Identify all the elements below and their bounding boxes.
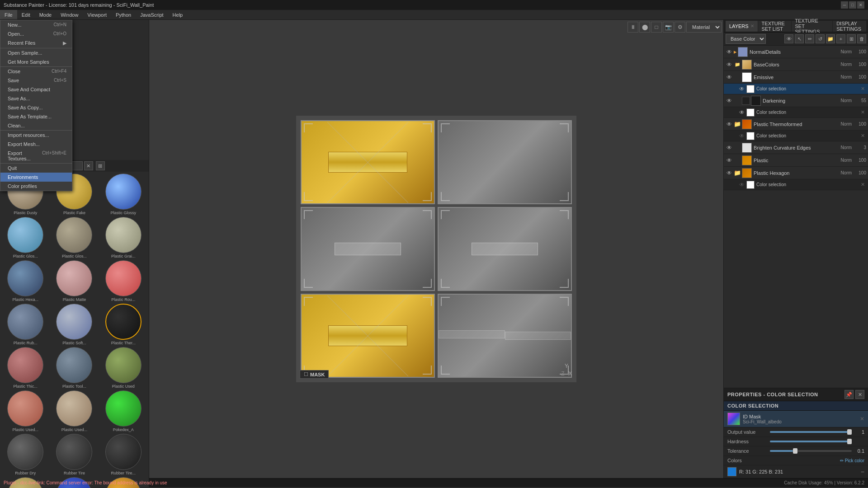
paint-icon[interactable]: ✏ xyxy=(805,34,814,43)
grid-view-button[interactable]: ⊞ xyxy=(96,161,105,170)
material-item-rubber-dry[interactable]: Rubber Dry xyxy=(2,434,49,475)
material-item-plastic-ther...[interactable]: Plastic Ther... xyxy=(100,304,147,345)
menu-open[interactable]: Open... Ctrl+O xyxy=(0,29,72,38)
close-button[interactable]: ✕ xyxy=(857,1,864,9)
menu-open-sample[interactable]: Open Sample... xyxy=(0,48,72,57)
search-clear[interactable]: ✕ xyxy=(84,161,93,170)
menu-viewport[interactable]: Viewport xyxy=(83,10,111,19)
id-mask-close-button[interactable]: ✕ xyxy=(860,416,864,422)
menu-file[interactable]: File xyxy=(0,10,17,19)
cursor-icon[interactable]: ↖ xyxy=(795,34,804,43)
layer-basecolors[interactable]: 👁 📁 BaseColors Norm 100 xyxy=(724,58,868,71)
material-item-plastic-hexa...[interactable]: Plastic Hexa... xyxy=(2,260,49,302)
material-item-plastic-matte[interactable]: Plastic Matte xyxy=(51,260,98,302)
tab-texture-set-settings[interactable]: TEXTURE SET SETTINGS xyxy=(792,21,833,32)
menu-close[interactable]: Close Ctrl+F4 xyxy=(0,67,72,76)
delete-color-sel-4[interactable]: ✕ xyxy=(859,181,866,188)
color-swatch[interactable] xyxy=(727,467,736,476)
material-item-plastic-thic...[interactable]: Plastic Thic... xyxy=(2,347,49,389)
pick-color-button[interactable]: ✏ Pick color xyxy=(840,458,864,463)
menu-javascript[interactable]: JavaScript xyxy=(136,10,168,19)
eye-basecolors[interactable]: 👁 xyxy=(726,61,733,68)
menu-export-textures[interactable]: Export Textures... Ctrl+Shift+E xyxy=(0,149,72,163)
menu-get-more-samples[interactable]: Get More Samples xyxy=(0,57,72,66)
grid-icon[interactable]: ⊞ xyxy=(847,34,856,43)
material-item-pokedex_a[interactable]: Pokedex_A xyxy=(100,390,147,432)
material-item-plastic-rub...[interactable]: Plastic Rub... xyxy=(2,304,49,345)
tolerance-slider[interactable] xyxy=(770,450,852,452)
add-layer-button[interactable]: + xyxy=(836,34,845,43)
delete-color-sel-2[interactable]: ✕ xyxy=(859,109,866,116)
menu-python[interactable]: Python xyxy=(111,10,136,19)
layer-plastic[interactable]: 👁 Plastic Norm 100 xyxy=(724,154,868,167)
eye-plastic-ther[interactable]: 👁 xyxy=(726,121,733,128)
minimize-button[interactable]: ─ xyxy=(841,1,848,9)
cube-view-button[interactable]: □ xyxy=(651,22,662,33)
menu-quit[interactable]: Quit xyxy=(0,164,72,173)
layer-normaldetails[interactable]: 👁 ▸ NormalDetails Norm 100 xyxy=(724,46,868,58)
menu-clean[interactable]: Clean... xyxy=(0,121,72,130)
pause-button[interactable]: ⏸ xyxy=(627,22,638,33)
material-item-rubber-tire...[interactable]: Rubber Tire... xyxy=(100,434,147,475)
base-color-select[interactable]: Base Color xyxy=(726,34,766,44)
material-item-rubber-tire[interactable]: Rubber Tire xyxy=(51,434,98,475)
menu-help[interactable]: Help xyxy=(168,10,188,19)
rotate-icon[interactable]: ↺ xyxy=(816,34,825,43)
material-item-plastic-used...[interactable]: Plastic Used... xyxy=(51,390,98,432)
folder-icon[interactable]: 📁 xyxy=(826,34,835,43)
menu-save[interactable]: Save Ctrl+S xyxy=(0,76,72,85)
camera-button[interactable]: 📷 xyxy=(663,22,674,33)
layer-color-sel-1[interactable]: 👁 Color selection ✕ xyxy=(724,84,868,94)
material-item-plastic-used[interactable]: Plastic Used xyxy=(100,347,147,389)
eye-color-sel-3[interactable]: 👁 xyxy=(738,132,745,140)
menu-edit[interactable]: Edit xyxy=(17,10,35,19)
menu-import-resources[interactable]: Import resources... xyxy=(0,131,72,140)
output-value-slider[interactable] xyxy=(770,431,852,433)
layer-darkening[interactable]: 👁 Darkening Norm 55 xyxy=(724,94,868,107)
layer-color-sel-4[interactable]: 👁 Color selection ✕ xyxy=(724,179,868,190)
material-item-plastic-glossy[interactable]: Plastic Glossy xyxy=(100,174,147,215)
delete-color-sel-3[interactable]: ✕ xyxy=(859,132,866,140)
remove-color-button[interactable]: − xyxy=(861,468,864,475)
eye-plastic-hex[interactable]: 👁 xyxy=(726,169,733,177)
menu-new[interactable]: New... Ctrl+N xyxy=(0,20,72,29)
menu-color-profiles[interactable]: Color profiles xyxy=(0,182,72,191)
material-item-plastic-soft...[interactable]: Plastic Soft... xyxy=(51,304,98,345)
material-item-plastic-tool...[interactable]: Plastic Tool... xyxy=(51,347,98,389)
material-select[interactable]: Material xyxy=(686,22,722,33)
eye-brighten[interactable]: 👁 xyxy=(726,144,733,151)
menu-save-as[interactable]: Save As... xyxy=(0,94,72,103)
menu-save-as-template[interactable]: Save As Template... xyxy=(0,112,72,121)
maximize-button[interactable]: □ xyxy=(849,1,856,9)
menu-recent-files[interactable]: Recent Files ▶ xyxy=(0,38,72,48)
tab-display-settings[interactable]: DISPLAY SETTINGS xyxy=(833,21,866,32)
prop-pin-button[interactable]: 📌 xyxy=(844,390,854,399)
layer-color-sel-3[interactable]: 👁 Color selection ✕ xyxy=(724,131,868,141)
eye-normaldetails[interactable]: 👁 xyxy=(726,48,733,56)
menu-save-as-copy[interactable]: Save As Copy... xyxy=(0,103,72,112)
material-item-plastic-rou...[interactable]: Plastic Rou... xyxy=(100,260,147,302)
menu-window[interactable]: Window xyxy=(56,10,83,19)
eye-plastic[interactable]: 👁 xyxy=(726,157,733,164)
layer-plastic-hex[interactable]: 👁 📁 Plastic Hexagon Norm 100 xyxy=(724,167,868,179)
eye-icon[interactable]: 👁 xyxy=(784,34,793,43)
eye-color-sel-4[interactable]: 👁 xyxy=(738,181,745,188)
hardness-slider[interactable] xyxy=(770,441,852,442)
sphere-view-button[interactable]: ⬤ xyxy=(639,22,650,33)
menu-save-compact[interactable]: Save And Compact xyxy=(0,85,72,94)
menu-environments[interactable]: Environments xyxy=(0,173,72,182)
material-item-plastic-glos...[interactable]: Plastic Glos... xyxy=(2,217,49,258)
menu-export-mesh[interactable]: Export Mesh... xyxy=(0,140,72,149)
layer-color-sel-2[interactable]: 👁 Color selection ✕ xyxy=(724,107,868,118)
tab-layers-close[interactable]: ✕ xyxy=(750,23,754,28)
eye-darkening[interactable]: 👁 xyxy=(726,97,733,104)
delete-color-sel-1[interactable]: ✕ xyxy=(859,85,866,93)
material-item-plastic-used...[interactable]: Plastic Used... xyxy=(2,390,49,432)
menu-mode[interactable]: Mode xyxy=(35,10,57,19)
tab-layers[interactable]: LAYERS ✕ xyxy=(726,21,758,32)
eye-color-sel-1[interactable]: 👁 xyxy=(738,85,745,93)
eye-color-sel-2[interactable]: 👁 xyxy=(738,109,745,116)
settings-button[interactable]: ⚙ xyxy=(675,22,685,33)
layer-emissive[interactable]: 👁 Emissive Norm 100 xyxy=(724,71,868,84)
tab-texture-set-list[interactable]: TEXTURE SET LIST xyxy=(758,21,791,32)
